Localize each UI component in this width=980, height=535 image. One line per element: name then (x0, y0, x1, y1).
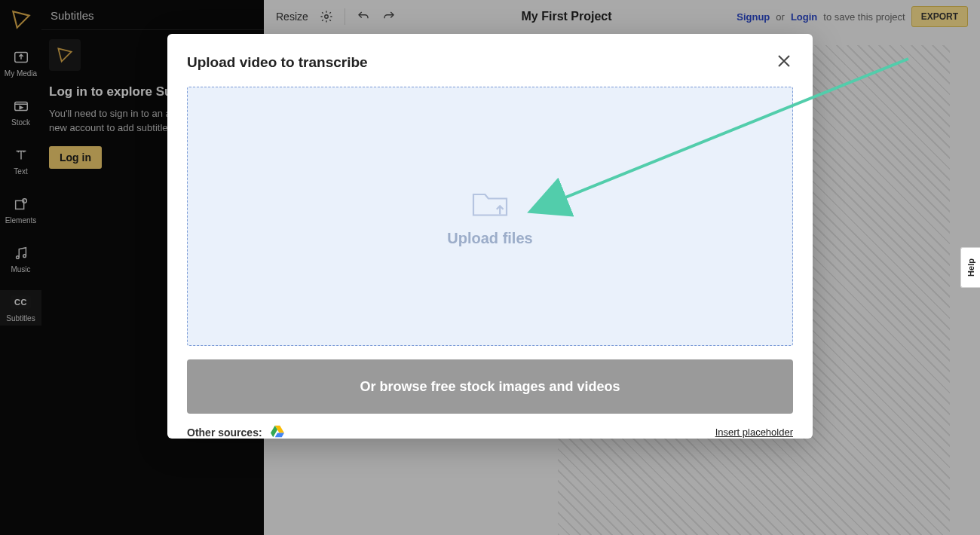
upload-modal: Upload video to transcribe Upload files … (167, 34, 813, 439)
folder-upload-icon (470, 186, 510, 222)
upload-dropzone[interactable]: Upload files (187, 87, 793, 346)
dropzone-label: Upload files (447, 230, 532, 247)
insert-placeholder-link[interactable]: Insert placeholder (715, 426, 793, 438)
close-icon[interactable] (775, 52, 793, 73)
modal-title: Upload video to transcribe (187, 54, 368, 71)
help-label: Help (966, 258, 975, 277)
google-drive-icon[interactable] (270, 424, 285, 440)
other-sources-label: Other sources: (187, 426, 262, 439)
browse-stock-button[interactable]: Or browse free stock images and videos (187, 359, 793, 414)
help-tab[interactable]: Help (960, 247, 980, 288)
